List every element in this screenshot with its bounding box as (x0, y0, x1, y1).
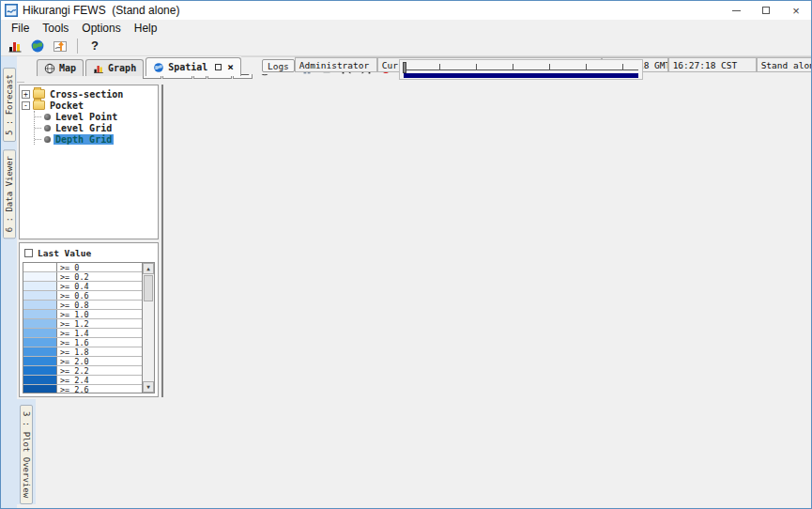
menu-bar: File Tools Options Help (1, 20, 811, 36)
legend-row[interactable]: >= 2.4 (23, 376, 142, 385)
title-bar[interactable]: Hikurangi FEWS (Stand alone) × (1, 1, 811, 20)
legend-row-label: >= 2.4 (57, 376, 142, 384)
left-panel: + Cross-section - Pocket (19, 85, 159, 397)
legend-row[interactable]: >= 2.0 (23, 357, 142, 366)
tree-connector (35, 116, 41, 117)
tree-item-label[interactable]: Level Grid (54, 123, 114, 133)
map-view[interactable]: API Key Required API Key Required Hikura… (161, 85, 163, 397)
tab-graph-label: Graph (108, 63, 136, 73)
toolbar-separator (77, 39, 78, 54)
tree-item-label[interactable]: Pocket (48, 100, 85, 111)
timeline-slider[interactable] (399, 59, 643, 80)
last-value-label: Last Value (38, 248, 91, 258)
right-tab-strip: 3 : Plot Overview (17, 399, 36, 504)
tree-item-depth-grid[interactable]: Depth Grid (35, 133, 156, 145)
legend-row[interactable]: >= 2.6 (23, 385, 142, 393)
legend-row-label: >= 0.6 (57, 291, 142, 300)
last-value-checkbox[interactable] (24, 249, 33, 257)
tab-data-viewer[interactable]: 6 : Data Viewer (3, 149, 16, 239)
tree-children: Level Point Level Grid Depth Grid (34, 111, 156, 145)
tree-item-label[interactable]: Cross-section (48, 89, 125, 100)
close-button[interactable]: × (781, 1, 811, 20)
legend-row[interactable]: >= 1.4 (23, 329, 142, 338)
tree-item-label-selected[interactable]: Depth Grid (54, 134, 114, 145)
maximize-button[interactable] (751, 1, 781, 20)
app-logo-icon (5, 4, 18, 17)
tree-item-cross-section[interactable]: + Cross-section (22, 88, 156, 100)
legend-row-label: >= 0 (57, 263, 142, 271)
tab-graph[interactable]: Graph (85, 59, 144, 76)
folder-icon (33, 89, 45, 99)
legend-row-label: >= 2.2 (57, 366, 142, 375)
legend-row[interactable]: >= 2.2 (23, 366, 142, 376)
menu-help[interactable]: Help (128, 22, 164, 35)
bar-chart-icon (8, 39, 23, 54)
scroll-down-icon[interactable]: ▼ (143, 381, 154, 393)
bullet-icon (44, 136, 51, 143)
map-display-button[interactable] (27, 37, 48, 55)
tree-item-label[interactable]: Level Point (54, 112, 119, 122)
legend-row[interactable]: >= 0.6 (23, 291, 142, 301)
minimize-button[interactable] (721, 1, 751, 20)
status-user: Administrator (295, 57, 377, 72)
legend-row[interactable]: >= 0.4 (23, 282, 142, 291)
legend-row[interactable]: >= 0 (23, 263, 142, 272)
legend-row-label: >= 1.0 (57, 310, 142, 318)
logs-row: Logs (241, 56, 295, 74)
legend-row-label: >= 1.8 (57, 347, 142, 356)
legend-row[interactable]: >= 0.2 (23, 272, 142, 282)
legend-row[interactable]: >= 0.8 (23, 301, 142, 310)
tab-map[interactable]: Map (37, 59, 84, 76)
timeline-range-bar (404, 73, 638, 78)
tab-plot-overview[interactable]: 3 : Plot Overview (20, 405, 33, 504)
tab-close-icon[interactable]: × (227, 62, 234, 72)
database-display-button[interactable] (5, 37, 25, 55)
menu-options[interactable]: Options (75, 22, 127, 35)
tab-maximize-icon[interactable] (215, 64, 222, 70)
legend-row[interactable]: >= 1.2 (23, 319, 142, 329)
layers-tree: + Cross-section - Pocket (19, 85, 159, 239)
globe-icon (153, 62, 164, 73)
globe-icon (30, 39, 45, 54)
scroll-thumb[interactable] (144, 275, 153, 301)
legend-color-swatch (23, 282, 57, 290)
legend-color-swatch (23, 291, 57, 300)
tab-forecast[interactable]: 5 : Forecast (3, 68, 16, 142)
tab-spatial[interactable]: Spatial × (146, 57, 241, 76)
legend-row[interactable]: >= 1.0 (23, 310, 142, 319)
legend-row[interactable]: >= 1.6 (23, 338, 142, 347)
scroll-up-icon[interactable]: ▲ (143, 263, 154, 274)
tree-item-level-grid[interactable]: Level Grid (35, 122, 156, 133)
main-toolbar: ? (1, 36, 811, 56)
legend-row[interactable]: >= 1.8 (23, 347, 142, 357)
help-button[interactable]: ? (84, 37, 105, 55)
bottom-tab-bar: Map Graph Spatial × (17, 56, 241, 76)
wireframe-globe-icon (44, 63, 55, 74)
logs-tab[interactable]: Logs (262, 59, 295, 72)
tree-item-level-point[interactable]: Level Point (35, 111, 156, 122)
legend-row-label: >= 1.4 (57, 329, 142, 337)
timeline-handle[interactable] (403, 62, 406, 73)
tab-spatial-label: Spatial (168, 62, 207, 72)
window-title: Hikurangi FEWS (Stand alone) (23, 4, 179, 17)
menu-tools[interactable]: Tools (36, 22, 75, 35)
tree-item-pocket[interactable]: - Pocket (22, 100, 156, 111)
legend-scrollbar[interactable]: ▲ ▼ (142, 263, 154, 393)
legend-color-swatch (23, 376, 57, 384)
status-local-time: 16:27:18 CST (668, 57, 757, 72)
expand-icon[interactable]: + (22, 90, 30, 99)
legend-row-label: >= 2.6 (57, 385, 142, 393)
legend-row-label: >= 1.6 (57, 338, 142, 347)
legend-color-swatch (23, 357, 57, 365)
collapse-icon[interactable]: - (22, 101, 30, 110)
legend-color-swatch (23, 310, 57, 318)
tree-connector (35, 128, 41, 129)
menu-file[interactable]: File (5, 22, 36, 35)
bullet-icon (44, 125, 51, 131)
left-tab-strip: 5 : Forecast 6 : Data Viewer (1, 56, 17, 508)
chart-display-button[interactable] (50, 37, 70, 55)
chart-arrow-icon (53, 39, 68, 54)
legend-row-label: >= 0.8 (57, 301, 142, 309)
legend-color-swatch (23, 263, 57, 271)
last-value-option[interactable]: Last Value (23, 246, 155, 260)
